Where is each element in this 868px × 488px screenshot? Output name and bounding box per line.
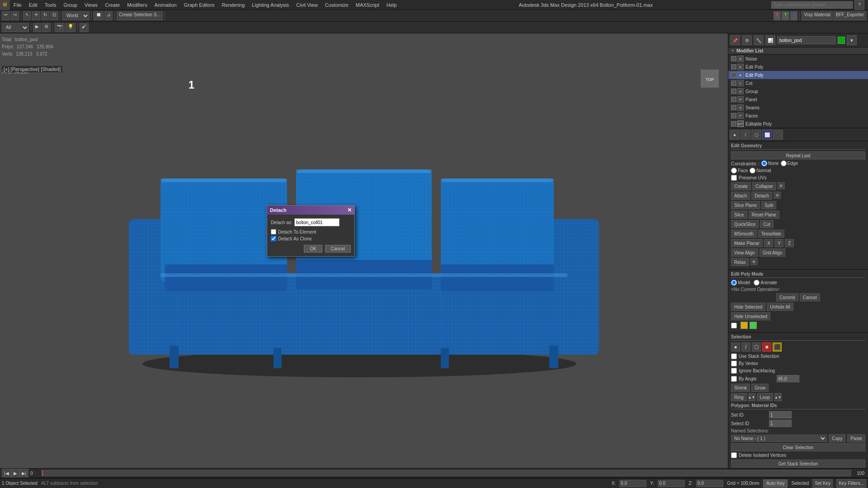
constraint-edge-label[interactable]: Edge xyxy=(781,160,798,166)
quickslice-btn[interactable]: QuickSlice xyxy=(731,220,759,228)
create-btn[interactable]: Create xyxy=(731,182,751,190)
menu-item-group[interactable]: Group xyxy=(60,0,81,10)
set-key-btn[interactable]: Set Key xyxy=(812,479,833,488)
auto-key-btn[interactable]: Auto Key xyxy=(763,479,788,488)
x-coord-input[interactable] xyxy=(619,480,646,487)
light-btn[interactable]: 💡 xyxy=(66,23,75,32)
msmooth-btn[interactable]: MSmooth xyxy=(731,230,757,238)
by-angle-check[interactable] xyxy=(731,376,737,382)
slice-btn[interactable]: Slice xyxy=(731,211,747,219)
constraint-edge-radio[interactable] xyxy=(781,160,787,166)
modifier-edit-poly-2[interactable]: E Edit Poly xyxy=(728,71,868,79)
border-icon[interactable]: ⬡ xyxy=(751,130,761,140)
z-planar-btn[interactable]: Z xyxy=(785,239,794,247)
menu-item-maxscript[interactable]: MAXScript xyxy=(352,0,383,10)
create-selection-btn[interactable]: Create Selection S... xyxy=(117,11,163,20)
cut-btn[interactable]: Cut xyxy=(760,220,774,228)
constraint-normal-label[interactable]: Normal xyxy=(750,168,771,174)
detach-as-clone-check[interactable] xyxy=(271,236,276,241)
animate-radio-label[interactable]: Animate xyxy=(754,280,777,286)
menu-item-animation[interactable]: Animation xyxy=(151,0,180,10)
sel-polygon-icon[interactable]: ■ xyxy=(762,343,771,352)
modifier-edit-poly-1[interactable]: E Edit Poly xyxy=(728,63,868,71)
select-btn[interactable]: ↖ xyxy=(23,11,31,20)
hide-unselected-btn[interactable]: Hide Unselected xyxy=(731,312,770,320)
shrink-btn[interactable]: Shrink xyxy=(731,384,750,392)
rp-icon3[interactable]: 🔧 xyxy=(754,35,764,45)
make-planar-btn[interactable]: Make Planar xyxy=(731,239,763,247)
by-angle-input[interactable] xyxy=(777,375,799,382)
menu-item-help[interactable]: Help xyxy=(383,0,401,10)
modifier-noise[interactable]: N Noise xyxy=(728,55,868,63)
modifier-eye-group[interactable] xyxy=(731,89,736,94)
key-filters-btn[interactable]: Key Filters... xyxy=(836,479,866,488)
constraint-none-radio[interactable] xyxy=(761,160,767,166)
vertex-icon[interactable]: ● xyxy=(730,130,740,140)
bff-exporter-btn[interactable]: BFF_Exporter xyxy=(834,11,866,20)
redo-btn[interactable]: ↪ xyxy=(11,11,19,20)
modifier-seams[interactable]: S Seams xyxy=(728,103,868,112)
menu-item-graph-editors[interactable]: Graph Editors xyxy=(180,0,218,10)
grow-btn[interactable]: Grow xyxy=(751,384,769,392)
repeat-last-btn[interactable]: Repeat Last xyxy=(731,151,865,160)
modifier-eye-cot[interactable] xyxy=(731,80,736,86)
reset-plane-btn[interactable]: Reset Plane xyxy=(749,211,779,219)
rp-icon1[interactable]: 📌 xyxy=(730,35,740,45)
rotate-btn[interactable]: ↻ xyxy=(41,11,49,20)
modifier-eye-noise[interactable] xyxy=(731,56,736,61)
rp-icon5[interactable]: ▼ xyxy=(847,35,857,45)
preserve-uvs-check[interactable] xyxy=(731,175,737,181)
modifier-eye-ep1[interactable] xyxy=(731,64,736,70)
obj-paint-btn[interactable]: 🖌 xyxy=(80,23,89,32)
modifier-eye-ep2[interactable] xyxy=(731,72,736,78)
cancel-mode-btn[interactable]: Cancel xyxy=(800,293,820,301)
grid-align-btn[interactable]: Grid Align xyxy=(760,249,785,257)
collapse-btn[interactable]: Collapse xyxy=(752,182,776,190)
menu-item-civil-view[interactable]: Civil View xyxy=(292,0,321,10)
render-btn[interactable]: ▶ xyxy=(33,23,41,32)
tessellate-btn[interactable]: Tessellate xyxy=(758,230,784,238)
detach-btn[interactable]: Detach xyxy=(751,192,772,200)
collapse-settings-icon[interactable]: ⚙ xyxy=(778,182,785,189)
clear-selection-btn[interactable]: Clear Selection xyxy=(731,443,865,451)
undo-btn[interactable]: ↩ xyxy=(2,11,10,20)
hide-selected-btn[interactable]: Hide Selected xyxy=(731,303,765,311)
detach-to-element-check[interactable] xyxy=(271,229,276,235)
scale-btn[interactable]: ⊡ xyxy=(50,11,58,20)
modifier-panel[interactable]: P Panel xyxy=(728,95,868,103)
snap-btn[interactable]: 🔲 xyxy=(94,11,104,20)
menu-item-create[interactable]: Create xyxy=(101,0,123,10)
slice-plane-btn[interactable]: Slice Plane xyxy=(731,201,760,209)
time-track[interactable] xyxy=(42,470,852,476)
y-coord-input[interactable] xyxy=(658,480,685,487)
show-cage-check[interactable] xyxy=(731,323,737,328)
detach-close-btn[interactable]: ✕ xyxy=(347,207,352,213)
move-btn[interactable]: ✛ xyxy=(32,11,40,20)
view-align-btn[interactable]: View Align xyxy=(731,249,758,257)
y-planar-btn[interactable]: Y xyxy=(774,239,783,247)
unhide-all-btn[interactable]: Unhide All xyxy=(767,303,793,311)
y-axis-btn[interactable]: Y xyxy=(782,11,789,20)
detach-settings-icon[interactable]: ⚙ xyxy=(774,192,781,199)
help-icon[interactable]: ? xyxy=(854,0,864,10)
select-id-input[interactable] xyxy=(769,420,792,427)
animate-radio[interactable] xyxy=(754,280,760,286)
nav-cube[interactable]: TOP xyxy=(696,65,723,92)
modifier-eye-edpoly[interactable] xyxy=(731,121,736,127)
cage-color2-swatch[interactable] xyxy=(750,322,757,329)
object-name-input[interactable] xyxy=(777,36,836,44)
split-btn[interactable]: Split xyxy=(761,201,776,209)
ring-btn[interactable]: Ring xyxy=(731,393,747,401)
constraint-none-label[interactable]: None xyxy=(761,160,779,166)
cage-color-swatch[interactable] xyxy=(741,322,748,329)
x-planar-btn[interactable]: X xyxy=(764,239,773,247)
detach-name-input[interactable] xyxy=(294,218,340,226)
relax-geo-btn[interactable]: Relax xyxy=(731,258,749,266)
modifier-cot[interactable]: C Cot xyxy=(728,79,868,87)
ignore-backfacing-check[interactable] xyxy=(731,368,737,374)
menu-item-rendering[interactable]: Rendering xyxy=(218,0,249,10)
polygon-icon[interactable]: ⬜ xyxy=(762,130,772,140)
by-vertex-check[interactable] xyxy=(731,361,737,366)
detach-ok-btn[interactable]: OK xyxy=(304,245,322,253)
element-icon[interactable]: ⬛ xyxy=(773,130,783,140)
